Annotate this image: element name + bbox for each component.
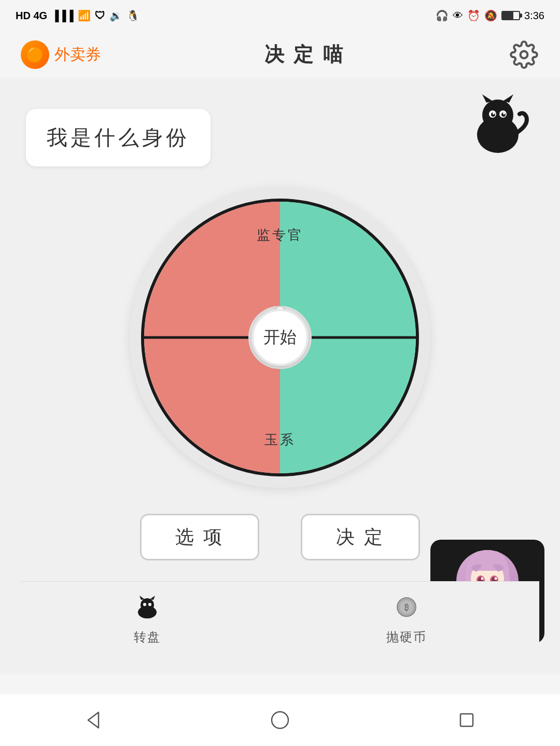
coupon-text: 外卖券 — [54, 44, 101, 65]
volume-icon: 🔉 — [109, 9, 122, 22]
svg-point-21 — [481, 578, 484, 580]
top-nav: 🟠 外卖券 决 定 喵 — [0, 31, 560, 78]
cat-nav-icon — [134, 596, 160, 625]
signal-icon: ▐▐▐ — [51, 10, 74, 22]
eye-icon: 👁 — [453, 10, 463, 22]
svg-point-10 — [503, 112, 505, 115]
time-display: 3:36 — [524, 10, 544, 22]
svg-marker-34 — [88, 712, 99, 728]
coin-icon: 🟠 — [21, 40, 49, 69]
main-content: 我是什么身份 — [0, 78, 560, 674]
svg-point-35 — [272, 712, 288, 728]
settings-button[interactable] — [508, 39, 539, 70]
svg-text:₿: ₿ — [404, 603, 409, 612]
gear-icon — [510, 40, 538, 69]
wifi-icon: 📶 — [78, 9, 91, 22]
options-button[interactable]: 选 项 — [140, 514, 259, 560]
start-label: 开始 — [263, 326, 297, 349]
back-icon — [83, 710, 104, 730]
decide-button[interactable]: 决 定 — [301, 514, 420, 560]
recent-button[interactable] — [451, 705, 482, 736]
speech-text: 我是什么身份 — [47, 126, 190, 149]
home-button[interactable] — [264, 705, 296, 736]
shield-icon: 🛡 — [95, 10, 105, 22]
wheel-outer: 监专官 玉系 开始 — [130, 187, 430, 488]
status-right: 🎧 👁 ⏰ 🔕 3:36 — [436, 9, 544, 22]
speech-area: 我是什么身份 — [21, 93, 539, 166]
svg-point-9 — [493, 112, 495, 115]
back-button[interactable] — [78, 705, 109, 736]
battery-icon — [501, 11, 520, 20]
svg-marker-4 — [503, 94, 513, 103]
svg-point-22 — [495, 578, 497, 580]
status-bar: HD 4G ▐▐▐ 📶 🛡 🔉 🐧 🎧 👁 ⏰ 🔕 3:36 — [0, 0, 560, 31]
svg-point-0 — [520, 51, 527, 58]
mute-icon: 🔕 — [484, 9, 497, 22]
coin-nav-icon: ₿ — [394, 596, 419, 625]
svg-point-29 — [143, 603, 146, 606]
svg-marker-27 — [139, 596, 145, 600]
recent-icon — [456, 710, 477, 730]
app-title: 决 定 喵 — [264, 41, 345, 68]
coupon-button[interactable]: 🟠 外卖券 — [21, 40, 101, 69]
status-left: HD 4G ▐▐▐ 📶 🛡 🔉 🐧 — [16, 9, 139, 22]
nav-turntable[interactable]: 转盘 — [134, 596, 161, 645]
android-nav — [0, 694, 560, 746]
spin-wheel[interactable]: 监专官 玉系 开始 — [140, 198, 420, 477]
svg-marker-28 — [150, 596, 155, 600]
bottom-nav: 转盘 ₿ 抛硬币 — [21, 581, 539, 659]
headphone-icon: 🎧 — [436, 9, 449, 22]
start-button[interactable]: 开始 — [251, 309, 309, 366]
svg-point-2 — [482, 100, 513, 131]
alarm-icon: ⏰ — [467, 9, 480, 22]
nav-coin-flip[interactable]: ₿ 抛硬币 — [386, 596, 427, 645]
network-indicator: HD 4G — [16, 10, 47, 22]
notification-icon: 🐧 — [127, 9, 139, 22]
turntable-label: 转盘 — [134, 629, 161, 645]
wheel-container: 监专官 玉系 开始 — [21, 187, 539, 488]
home-icon — [270, 710, 290, 730]
svg-point-26 — [141, 598, 154, 612]
svg-point-30 — [148, 603, 151, 606]
svg-marker-3 — [482, 94, 493, 103]
cat-mascot — [461, 93, 534, 156]
coin-flip-label: 抛硬币 — [386, 629, 427, 645]
svg-rect-36 — [460, 714, 473, 726]
wheel-bottom-label: 玉系 — [264, 431, 296, 449]
speech-bubble: 我是什么身份 — [26, 109, 211, 166]
wheel-top-label: 监专官 — [257, 226, 303, 244]
